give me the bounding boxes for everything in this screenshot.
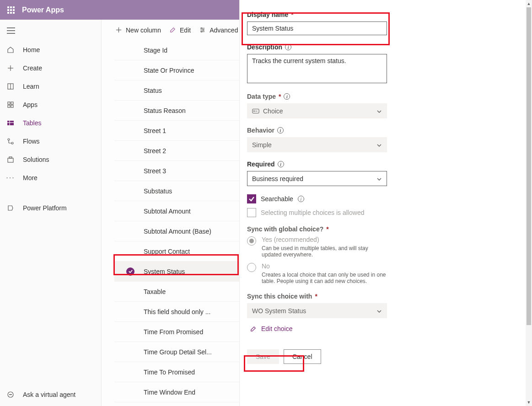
svg-rect-18 [8, 105, 10, 107]
required-group: Required i Business required [247, 160, 387, 186]
hamburger-icon[interactable] [2, 22, 20, 39]
data-type-label: Data type* i [247, 93, 387, 100]
data-type-select: Choice [247, 103, 387, 118]
searchable-checkbox[interactable]: Searchable i [247, 194, 387, 203]
new-column-button[interactable]: New column [115, 27, 161, 34]
tables-icon [6, 119, 15, 127]
required-select[interactable]: Business required [247, 171, 387, 186]
svg-rect-7 [10, 12, 12, 14]
toolbar-label: Advanced [210, 27, 238, 34]
panel-footer: Save Cancel [240, 349, 526, 364]
behavior-group: Behavior i Simple [247, 127, 387, 152]
nav-label: Power Platform [23, 204, 67, 212]
info-icon: i [298, 196, 304, 202]
nav-power-platform[interactable]: Power Platform [0, 199, 101, 217]
sync-with-group: Sync this choice with* WO System Status … [247, 293, 387, 336]
multiple-label: Selecting multiple choices is allowed [261, 209, 364, 216]
display-name-input[interactable] [247, 21, 387, 35]
svg-rect-5 [13, 9, 15, 11]
description-label: Description i [247, 43, 387, 51]
data-type-group: Data type* i Choice [247, 93, 387, 118]
radio-icon [247, 263, 256, 272]
sync-no-radio: No Creates a local choice that can only … [247, 262, 387, 284]
nav-label: Tables [23, 119, 41, 127]
display-name-group: Display name* [247, 11, 387, 35]
svg-rect-8 [13, 12, 15, 14]
cancel-button[interactable]: Cancel [284, 349, 321, 364]
required-value: Business required [252, 175, 303, 182]
svg-rect-20 [7, 121, 14, 125]
book-icon [6, 82, 15, 91]
nav-create[interactable]: Create [0, 59, 101, 77]
left-nav: Home Create Learn Apps Tables Flows Solu… [0, 20, 102, 406]
platform-icon [6, 204, 15, 212]
ask-label: Ask a virtual agent [23, 391, 75, 398]
svg-rect-16 [8, 102, 10, 104]
nav-label: Flows [23, 138, 40, 145]
nav-tables[interactable]: Tables [0, 114, 101, 132]
advanced-button[interactable]: Advanced [199, 27, 238, 34]
column-edit-panel: Display name* Description i Data type* i… [240, 0, 526, 406]
flows-icon [6, 137, 15, 145]
plus-icon [6, 64, 15, 72]
sync-with-select: WO System Status [247, 303, 387, 318]
toolbar-label: New column [126, 27, 161, 34]
nav-more[interactable]: ··· More [0, 169, 101, 187]
svg-point-23 [8, 139, 10, 140]
svg-rect-3 [7, 9, 9, 11]
checkbox-icon [247, 208, 256, 217]
apps-icon [6, 101, 15, 109]
solutions-icon [6, 155, 15, 164]
svg-rect-6 [7, 12, 9, 14]
radio-icon [247, 236, 256, 246]
sync-with-label: Sync this choice with* [247, 293, 387, 300]
nav-flows[interactable]: Flows [0, 132, 101, 150]
scroll-down-icon[interactable]: ▼ [526, 399, 532, 406]
info-icon: i [284, 93, 290, 100]
sync-group: Sync with global choice?* Yes (recommend… [247, 225, 387, 284]
sync-yes-radio: Yes (recommended) Can be used in multipl… [247, 236, 387, 258]
vertical-scrollbar[interactable]: ▲ ▼ [526, 0, 532, 406]
svg-rect-26 [9, 157, 12, 158]
description-input[interactable] [247, 54, 387, 83]
info-icon: i [277, 127, 284, 134]
nav-label: Solutions [23, 156, 49, 163]
ask-agent[interactable]: Ask a virtual agent [0, 383, 101, 406]
svg-rect-19 [11, 105, 13, 107]
display-name-label: Display name* [247, 11, 387, 18]
edit-choice-link[interactable]: Edit choice [247, 322, 304, 336]
searchable-group: Searchable i Selecting multiple choices … [247, 194, 387, 217]
sync-with-value: WO System Status [252, 307, 306, 315]
svg-point-40 [254, 111, 255, 112]
behavior-value: Simple [252, 141, 272, 149]
nav-apps[interactable]: Apps [0, 96, 101, 114]
toolbar-label: Edit [180, 27, 191, 34]
behavior-select: Simple [247, 137, 387, 152]
chevron-down-icon [376, 108, 382, 114]
edit-choice-label: Edit choice [261, 325, 292, 332]
chevron-down-icon [376, 142, 382, 148]
scroll-thumb[interactable] [527, 7, 531, 325]
required-label: Required i [247, 160, 387, 168]
save-button: Save [247, 349, 279, 364]
chevron-down-icon [376, 308, 382, 314]
scroll-up-icon[interactable]: ▲ [526, 0, 532, 7]
nav-label: Apps [23, 101, 38, 108]
searchable-label: Searchable [261, 195, 293, 203]
description-group: Description i [247, 43, 387, 85]
sync-label: Sync with global choice?* [247, 225, 387, 233]
nav-solutions[interactable]: Solutions [0, 150, 101, 169]
svg-point-28 [10, 395, 10, 395]
svg-rect-25 [8, 158, 13, 162]
svg-point-38 [201, 31, 202, 32]
svg-rect-17 [11, 102, 13, 104]
nav-learn[interactable]: Learn [0, 77, 101, 96]
svg-rect-4 [10, 9, 12, 11]
more-icon: ··· [6, 174, 15, 182]
waffle-icon[interactable] [4, 3, 18, 17]
nav-label: Learn [23, 83, 39, 90]
nav-home[interactable]: Home [0, 41, 101, 59]
edit-button[interactable]: Edit [169, 27, 191, 34]
info-icon: i [278, 161, 284, 167]
app-title: Power Apps [22, 6, 64, 14]
